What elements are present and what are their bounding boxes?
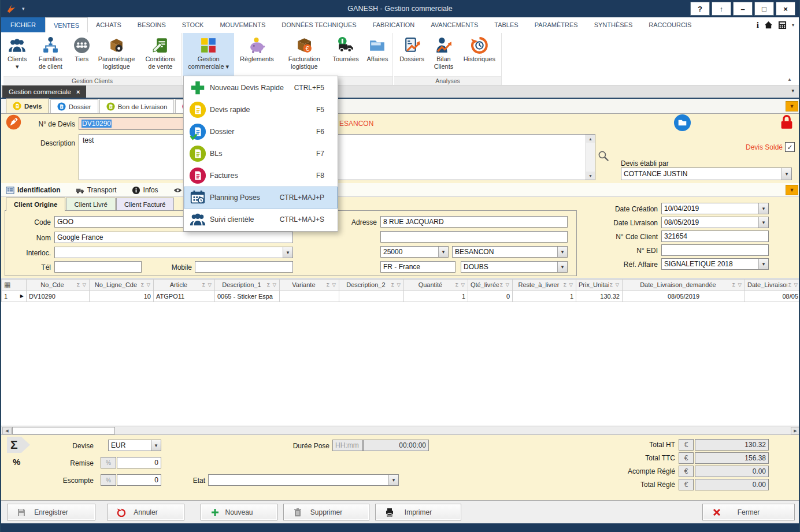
cell-reste-a-livrer[interactable]: 1 [513,291,576,302]
tournees-button[interactable]: Tournées [329,33,362,76]
dropdown-arrow-icon[interactable] [758,259,768,269]
column-header-reste-a-livrer[interactable]: Reste_à_livrerΣ ▽ [513,279,576,291]
scrollbar-thumb[interactable] [12,427,115,434]
doc-tab-bon-de-livraison[interactable]: Bon de Livraison [99,99,175,113]
menu-tab-parametres[interactable]: PARAMÈTRES [527,17,586,32]
menu-tab-raccourcis[interactable]: RACCOURCIS [640,17,699,32]
menu-item-nouveau-devis-rapide[interactable]: Nouveau Devis RapideCTRL+F5 [184,77,338,99]
column-header-date-livraison[interactable]: Date_LivraisonΣ ▽ [745,279,800,291]
menu-tab-ventes[interactable]: VENTES [45,17,88,32]
column-header-no-ligne-cde[interactable]: No_Ligne_CdeΣ ▽ [90,279,154,291]
menu-item-factures[interactable]: FacturesF8 [184,165,338,187]
home-icon[interactable] [764,21,773,29]
menu-tab-avancements[interactable]: AVANCEMENTS [423,17,486,32]
pays-input[interactable]: FR - France [380,261,455,273]
tab-gestion-commerciale[interactable]: Gestion commerciale × [2,85,86,98]
grid-corner-cell[interactable]: ▦ [1,279,27,291]
tiers-button[interactable]: Tiers [70,33,93,76]
subtab-infos[interactable]: Infos [132,186,158,195]
dropdown-arrow-icon[interactable] [557,262,567,272]
folder-sync-icon[interactable] [673,114,691,132]
fermer-button[interactable]: Fermer [702,504,795,520]
edi-input[interactable] [661,244,769,256]
horizontal-scrollbar-track[interactable] [1,426,799,435]
cell-description-2[interactable] [339,291,404,302]
column-header-article[interactable]: ArticleΣ ▽ [154,279,215,291]
cell-quantite[interactable]: 1 [404,291,468,302]
cell-prix-unitaire[interactable]: 130.32 [576,291,623,302]
cell-qte-livree[interactable]: 0 [468,291,513,302]
annuler-button[interactable]: Annuler [107,504,184,520]
minimize-button[interactable]: – [733,2,753,16]
code-postal-select[interactable]: 25000 [380,246,449,258]
doctabs-dropdown-button[interactable]: ▼ [786,101,798,111]
etat-select[interactable] [208,474,399,486]
client-tab-client-livre[interactable]: Client Livré [66,198,116,211]
scroll-down-icon[interactable] [586,172,595,180]
duree-pose-input[interactable]: 00:00:00 [363,440,429,451]
parametrage-logistique-button[interactable]: Paramétragelogistique [93,33,139,76]
dropdown-arrow-icon[interactable] [758,217,768,228]
calc-icon[interactable] [778,21,787,29]
enregistrer-button[interactable]: Enregistrer [7,504,95,520]
menu-item-planning-poses[interactable]: Planning PosesCTRL+MAJ+P [184,187,338,209]
dropdown-arrow-icon[interactable] [151,440,161,451]
etabli-par-select[interactable]: COTTANCE JUSTIN [621,168,792,180]
imprimer-button[interactable]: Imprimer [375,504,461,520]
menu-tab-besoins[interactable]: BESOINS [129,17,174,32]
facturation-logistique-button[interactable]: €Facturationlogistique [280,33,329,76]
scroll-right-button[interactable]: ▶ [791,427,800,434]
column-header-description-2[interactable]: Description_2Σ ▽ [339,279,404,291]
row-header-cell[interactable]: 1▶ [1,291,27,302]
dropdown-arrow-icon[interactable] [438,247,448,257]
familles-de-client-button[interactable]: Famillesde client [31,33,71,76]
menu-tab-syntheses[interactable]: SYNTHÈSES [586,17,641,32]
adresse2-input[interactable] [380,231,568,243]
dropdown-arrow-icon[interactable] [388,475,398,485]
column-header-quantite[interactable]: QuantitéΣ ▽ [404,279,468,291]
menu-tab-donnees-techniques[interactable]: DONNÉES TECHNIQUES [273,17,364,32]
menu-item-suivi-clientele[interactable]: Suivi clientèleCTRL+MAJ+S [184,209,338,230]
tabstrip-overflow-button[interactable]: ▾ [791,88,794,94]
menu-item-bls[interactable]: BLsF7 [184,143,338,165]
conditions-de-vente-button[interactable]: Conditionsde vente [140,33,181,76]
cell-variante[interactable] [280,291,339,302]
devise-select[interactable]: EUR [108,440,161,451]
dropdown-arrow-icon[interactable] [758,203,768,214]
column-header-no-cde[interactable]: No_CdeΣ ▽ [27,279,90,291]
subtabs-dropdown-button[interactable]: ▼ [786,185,798,195]
client-tab-client-origine[interactable]: Client Origine [6,198,65,211]
nouveau-button[interactable]: Nouveau [201,504,277,520]
remise-input[interactable]: 0 [117,457,161,468]
gestion-commerciale-button[interactable]: Gestioncommerciale ▾ [183,33,234,76]
departement-select[interactable]: DOUBS [461,261,568,273]
date-livraison-select[interactable]: 08/05/2019 [661,217,769,228]
doc-tab-devis[interactable]: Devis [6,98,49,113]
menu-tab-tables[interactable]: TABLES [486,17,526,32]
subtab-transport[interactable]: Transport [76,186,117,195]
pin-button[interactable]: ↑ [712,2,731,16]
rocket-icon[interactable] [6,114,21,130]
column-header-variante[interactable]: VarianteΣ ▽ [280,279,339,291]
tel-input[interactable] [54,261,142,273]
dropdown-arrow-icon[interactable] [782,168,791,180]
clients-button[interactable]: Clients▾ [3,33,31,76]
cell-article[interactable]: ATGPO11 [154,291,215,302]
ref-affaire-select[interactable]: SIGNALETIQUE 2018 [661,258,769,270]
supprimer-button[interactable]: Supprimer [283,504,369,520]
cell-date-livraison[interactable]: 08/05 [745,291,800,302]
cell-no-cde[interactable]: DV10290 [27,291,90,302]
menu-tab-stock[interactable]: STOCK [174,17,212,32]
column-header-prix-unitaire[interactable]: Prix_UnitaireΣ ▽ [576,279,623,291]
mobile-input[interactable] [195,261,293,273]
client-tab-client-facture[interactable]: Client Facturé [116,198,174,211]
column-header-qte-livree[interactable]: Qté_livréeΣ ▽ [468,279,513,291]
interloc-select[interactable] [54,247,293,258]
doc-tab-dossier[interactable]: Dossier [50,99,98,113]
ribbon-collapse-button[interactable]: ▲ [787,77,792,82]
cde-client-input[interactable]: 321654 [661,230,769,242]
escompte-input[interactable]: 0 [117,474,161,486]
menu-tab-fichier[interactable]: FICHIER [1,17,45,32]
ville-select[interactable]: BESANCON [452,246,568,258]
menu-tab-mouvements[interactable]: MOUVEMENTS [212,17,273,32]
